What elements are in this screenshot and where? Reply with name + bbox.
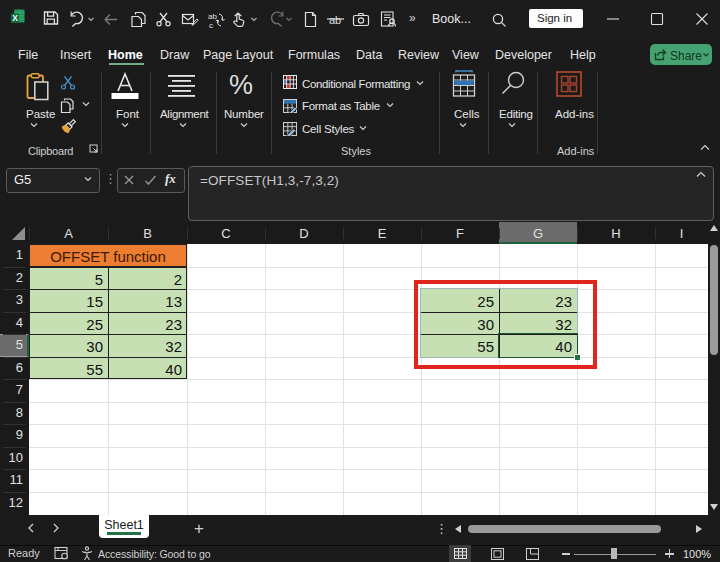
svg-text:c: c — [209, 21, 213, 29]
svg-text:ab: ab — [208, 12, 217, 21]
svg-text:X: X — [12, 13, 18, 23]
